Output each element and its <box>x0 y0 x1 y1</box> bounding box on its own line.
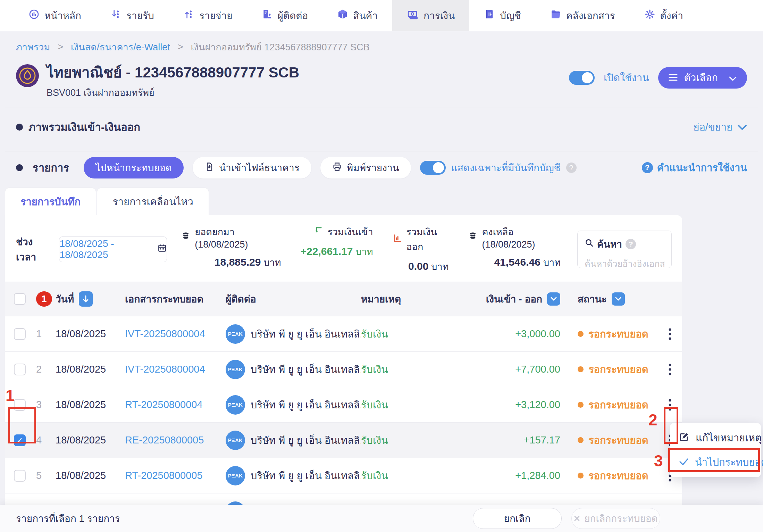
collapse-expand-label: ย่อ/ขยาย <box>693 119 732 135</box>
document-link[interactable]: RT-20250800005 <box>125 470 226 481</box>
nav-item-contacts[interactable]: ผู้ติดต่อ <box>247 0 323 31</box>
options-button[interactable]: ตัวเลือก <box>658 67 747 89</box>
row-checkbox[interactable] <box>14 434 26 446</box>
row-menu-kebab[interactable] <box>660 398 680 412</box>
cancel-reconcile-label: ยกเลิกกระทบยอด <box>584 511 658 526</box>
row-note: รับเงิน <box>361 361 472 377</box>
nav-item-settings[interactable]: ตั้งค่า <box>630 0 698 31</box>
nav-label: ผู้ติดต่อ <box>278 8 308 23</box>
row-menu-kebab[interactable] <box>660 327 680 341</box>
nav-label: สินค้า <box>353 8 378 23</box>
list-tabs: รายการบันทึก รายการเคลื่อนไหว <box>0 188 763 215</box>
collapse-expand-link[interactable]: ย่อ/ขยาย <box>693 119 747 135</box>
column-header-document: เอกสารกระทบยอด <box>125 291 226 307</box>
contacts-icon <box>262 9 273 22</box>
row-date: 18/08/2025 <box>56 399 125 410</box>
status-badge: รอกระทบยอด <box>588 432 648 448</box>
row-amount: +157.17 <box>472 434 562 446</box>
summary-remaining-balance: คงเหลือ (18/08/2025) 41,546.46บาท <box>468 224 561 274</box>
nav-item-accounting[interactable]: บัญชี <box>469 0 536 31</box>
money-in-icon <box>313 226 323 238</box>
page-header: ไทยพาณิชย์ - 1234567888907777 SCB BSV001… <box>0 58 763 103</box>
list-title: รายการ <box>33 159 69 176</box>
nav-item-home[interactable]: หน้าหลัก <box>14 0 96 31</box>
print-report-button[interactable]: พิมพ์รายงาน <box>320 157 411 178</box>
ledger-icon <box>484 9 495 22</box>
show-recorded-only-toggle[interactable] <box>420 161 446 175</box>
contact-name: บริษัท พี ยู ยู เอ็น อินเทลลิ... <box>251 326 361 342</box>
filter-status-button[interactable] <box>612 292 625 306</box>
document-link[interactable]: RT-20250800004 <box>125 399 226 410</box>
column-header-contact: ผู้ติดต่อ <box>226 291 361 307</box>
go-reconcile-button[interactable]: ไปหน้ากระทบยอด <box>84 157 184 178</box>
table-row[interactable]: 4 18/08/2025 RE-20250800005 PΞΛK บริษัท … <box>5 423 682 458</box>
table-row[interactable]: 5 18/08/2025 RT-20250800005 PΞΛK บริษัท … <box>5 458 682 493</box>
search-input[interactable]: ค้นหา ? ค้นหาด้วยอ้างอิงเอกสาร, <box>577 231 672 268</box>
account-heading: ไทยพาณิชย์ - 1234567888907777 SCB BSV001… <box>47 64 299 100</box>
row-context-menu: แก้ไขหมายเหตุ นำไปกระทบยอด <box>670 423 761 477</box>
nav-item-income[interactable]: รายรับ <box>96 0 169 31</box>
check-icon <box>679 457 689 468</box>
table-row[interactable]: 2 18/08/2025 IVT-20250800004 PΞΛK บริษัท… <box>5 352 682 387</box>
nav-item-documents[interactable]: คลังเอกสาร <box>536 0 630 31</box>
cancel-reconcile-button[interactable]: ยกเลิกกระทบยอด <box>571 508 660 529</box>
summary-value: 41,546.46 <box>494 256 540 268</box>
status-badge: รอกระทบยอด <box>588 326 648 342</box>
row-checkbox[interactable] <box>14 399 26 411</box>
import-bank-file-button[interactable]: นำเข้าไฟล์ธนาคาร <box>193 157 311 178</box>
scb-bank-logo <box>16 64 39 87</box>
usage-guide-link[interactable]: ? คำแนะนำการใช้งาน <box>642 160 747 176</box>
table-row[interactable]: 1 18/08/2025 IVT-20250800004 PΞΛK บริษัท… <box>5 316 682 352</box>
row-number: 2 <box>36 364 56 375</box>
account-active-toggle[interactable] <box>569 71 595 85</box>
tab-movement-items[interactable]: รายการเคลื่อนไหว <box>97 188 209 215</box>
filter-amount-button[interactable] <box>547 292 560 306</box>
peak-avatar: PΞΛK <box>226 395 245 415</box>
breadcrumb-current: เงินฝากออมทรัพย์ 1234567888907777 SCB <box>191 40 370 55</box>
product-icon <box>337 9 348 22</box>
menu-item-edit-note[interactable]: แก้ไขหมายเหตุ <box>670 426 761 450</box>
row-date: 18/08/2025 <box>56 328 125 340</box>
nav-item-expense[interactable]: รายจ่าย <box>169 0 247 31</box>
date-range-input[interactable]: 18/08/2025 - 18/08/2025 <box>59 236 167 262</box>
status-badge: รอกระทบยอด <box>588 397 648 413</box>
bullet-icon <box>16 124 23 131</box>
coins-icon <box>181 231 191 243</box>
page-title: ไทยพาณิชย์ - 1234567888907777 SCB <box>47 64 299 81</box>
select-all-checkbox[interactable] <box>14 293 26 305</box>
menu-item-reconcile[interactable]: นำไปกระทบยอด <box>670 450 761 474</box>
edit-icon <box>679 432 689 444</box>
status-dot-icon <box>578 402 584 408</box>
row-checkbox[interactable] <box>14 470 26 482</box>
breadcrumb-cash-link[interactable]: เงินสด/ธนาคาร/e-Wallet <box>71 40 170 55</box>
status-badge: รอกระทบยอด <box>588 361 648 377</box>
selected-count-badge: 1 <box>36 291 52 307</box>
document-link[interactable]: IVT-20250800004 <box>125 328 226 340</box>
row-amount: +1,284.00 <box>472 470 562 481</box>
table-row[interactable]: 3 18/08/2025 RT-20250800004 PΞΛK บริษัท … <box>5 387 682 423</box>
hamburger-icon <box>669 72 678 84</box>
expense-icon <box>183 9 194 22</box>
gear-icon <box>644 9 655 22</box>
tab-recorded-items[interactable]: รายการบันทึก <box>5 188 96 215</box>
selected-count-text: รายการที่เลือก 1 รายการ <box>16 511 120 526</box>
document-link[interactable]: IVT-20250800004 <box>125 364 226 375</box>
row-checkbox[interactable] <box>14 328 26 340</box>
row-date: 18/08/2025 <box>56 434 125 446</box>
summary-unit: บาท <box>355 247 373 257</box>
nav-label: รายรับ <box>126 8 154 23</box>
cancel-button[interactable]: ยกเลิก <box>473 508 562 529</box>
sort-date-button[interactable] <box>79 291 93 307</box>
question-circle-icon[interactable]: ? <box>566 163 577 173</box>
close-icon <box>574 513 580 524</box>
nav-item-products[interactable]: สินค้า <box>322 0 392 31</box>
contact-name: บริษัท พี ยู ยู เอ็น อินเทลลิ... <box>251 397 361 413</box>
date-range-value: 18/08/2025 - 18/08/2025 <box>59 238 153 260</box>
nav-item-finance[interactable]: การเงิน <box>392 0 469 31</box>
row-checkbox[interactable] <box>14 364 26 375</box>
breadcrumb-overview-link[interactable]: ภาพรวม <box>16 40 50 55</box>
row-menu-kebab[interactable] <box>660 363 680 376</box>
row-number: 5 <box>36 470 56 481</box>
annotation-step-3: 3 <box>654 451 663 470</box>
document-link[interactable]: RE-20250800005 <box>125 434 226 446</box>
